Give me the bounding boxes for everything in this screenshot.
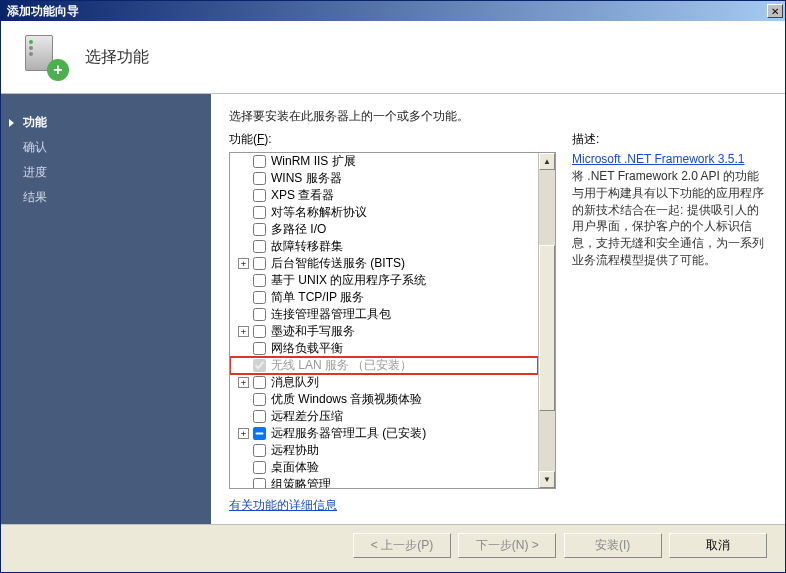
- next-button[interactable]: 下一步(N) >: [458, 533, 556, 558]
- tree-row[interactable]: 桌面体验: [230, 459, 538, 476]
- header-area: + 选择功能: [1, 21, 785, 94]
- feature-checkbox[interactable]: [253, 410, 266, 423]
- description-link[interactable]: Microsoft .NET Framework 3.5.1: [572, 152, 767, 166]
- titlebar: 添加功能向导 ✕: [1, 1, 785, 21]
- scroll-down-button[interactable]: ▼: [539, 471, 555, 488]
- feature-label: 远程差分压缩: [271, 408, 343, 425]
- tree-row[interactable]: 多路径 I/O: [230, 221, 538, 238]
- sidebar-item-features[interactable]: 功能: [1, 110, 211, 135]
- features-tree[interactable]: WinRM IIS 扩展WINS 服务器XPS 查看器对等名称解析协议多路径 I…: [229, 152, 556, 489]
- scrollbar-thumb[interactable]: [539, 245, 555, 411]
- feature-checkbox[interactable]: [253, 223, 266, 236]
- tree-row[interactable]: +后台智能传送服务 (BITS): [230, 255, 538, 272]
- feature-checkbox[interactable]: [253, 172, 266, 185]
- feature-label: 优质 Windows 音频视频体验: [271, 391, 422, 408]
- description-label: 描述:: [572, 131, 767, 148]
- tree-row[interactable]: 远程差分压缩: [230, 408, 538, 425]
- feature-checkbox[interactable]: [253, 325, 266, 338]
- tree-row[interactable]: 简单 TCP/IP 服务: [230, 289, 538, 306]
- feature-checkbox[interactable]: [253, 274, 266, 287]
- description-column: 描述: Microsoft .NET Framework 3.5.1 将 .NE…: [572, 131, 767, 514]
- scrollbar-track[interactable]: [539, 170, 555, 471]
- feature-label: 墨迹和手写服务: [271, 323, 355, 340]
- tree-row[interactable]: 对等名称解析协议: [230, 204, 538, 221]
- tree-row[interactable]: 组策略管理: [230, 476, 538, 488]
- feature-label: 消息队列: [271, 374, 319, 391]
- feature-checkbox[interactable]: [253, 257, 266, 270]
- page-title: 选择功能: [85, 47, 149, 68]
- tree-row[interactable]: 远程协助: [230, 442, 538, 459]
- scroll-up-button[interactable]: ▲: [539, 153, 555, 170]
- feature-label: 网络负载平衡: [271, 340, 343, 357]
- feature-label: 远程服务器管理工具 (已安装): [271, 425, 426, 442]
- tree-row[interactable]: +消息队列: [230, 374, 538, 391]
- feature-label: 故障转移群集: [271, 238, 343, 255]
- feature-checkbox[interactable]: [253, 376, 266, 389]
- tree-row[interactable]: 连接管理器管理工具包: [230, 306, 538, 323]
- feature-label: 组策略管理: [271, 476, 331, 488]
- feature-label: 后台智能传送服务 (BITS): [271, 255, 405, 272]
- feature-label: XPS 查看器: [271, 187, 334, 204]
- tree-row[interactable]: 优质 Windows 音频视频体验: [230, 391, 538, 408]
- feature-checkbox[interactable]: [253, 206, 266, 219]
- feature-label: 连接管理器管理工具包: [271, 306, 391, 323]
- tree-expander-icon[interactable]: +: [238, 377, 249, 388]
- wizard-window: 添加功能向导 ✕ + 选择功能 功能 确认 进度 结果 选择要安装在此服务器上的…: [0, 0, 786, 573]
- tree-row[interactable]: +墨迹和手写服务: [230, 323, 538, 340]
- tree-row[interactable]: +远程服务器管理工具 (已安装): [230, 425, 538, 442]
- tree-row[interactable]: 网络负载平衡: [230, 340, 538, 357]
- cancel-button[interactable]: 取消: [669, 533, 767, 558]
- feature-checkbox[interactable]: [253, 427, 266, 440]
- instruction-text: 选择要安装在此服务器上的一个或多个功能。: [229, 108, 767, 125]
- feature-checkbox[interactable]: [253, 291, 266, 304]
- feature-label: 基于 UNIX 的应用程序子系统: [271, 272, 426, 289]
- feature-checkbox[interactable]: [253, 478, 266, 488]
- tree-expander-icon[interactable]: +: [238, 326, 249, 337]
- features-label: 功能(F):: [229, 131, 556, 148]
- more-info-link[interactable]: 有关功能的详细信息: [229, 497, 556, 514]
- vertical-scrollbar[interactable]: ▲ ▼: [538, 153, 555, 488]
- feature-checkbox[interactable]: [253, 393, 266, 406]
- tree-row[interactable]: 故障转移群集: [230, 238, 538, 255]
- feature-label: 远程协助: [271, 442, 319, 459]
- body-area: 功能 确认 进度 结果 选择要安装在此服务器上的一个或多个功能。 功能(F): …: [1, 94, 785, 524]
- main-area: 选择要安装在此服务器上的一个或多个功能。 功能(F): WinRM IIS 扩展…: [211, 94, 785, 524]
- wizard-icon: +: [21, 33, 69, 81]
- feature-label: 多路径 I/O: [271, 221, 326, 238]
- feature-checkbox[interactable]: [253, 155, 266, 168]
- sidebar: 功能 确认 进度 结果: [1, 94, 211, 524]
- feature-label: 无线 LAN 服务 （已安装）: [271, 357, 412, 374]
- feature-label: WINS 服务器: [271, 170, 342, 187]
- sidebar-item-results[interactable]: 结果: [1, 185, 211, 210]
- feature-checkbox[interactable]: [253, 461, 266, 474]
- footer: < 上一步(P) 下一步(N) > 安装(I) 取消: [1, 524, 785, 572]
- tree-row[interactable]: 无线 LAN 服务 （已安装）: [230, 357, 538, 374]
- feature-checkbox[interactable]: [253, 240, 266, 253]
- feature-label: WinRM IIS 扩展: [271, 153, 356, 170]
- tree-row[interactable]: WINS 服务器: [230, 170, 538, 187]
- feature-checkbox: [253, 359, 266, 372]
- tree-row[interactable]: WinRM IIS 扩展: [230, 153, 538, 170]
- feature-label: 对等名称解析协议: [271, 204, 367, 221]
- tree-expander-icon[interactable]: +: [238, 428, 249, 439]
- sidebar-item-progress[interactable]: 进度: [1, 160, 211, 185]
- feature-label: 桌面体验: [271, 459, 319, 476]
- close-button[interactable]: ✕: [767, 4, 783, 18]
- install-button[interactable]: 安装(I): [564, 533, 662, 558]
- features-column: 功能(F): WinRM IIS 扩展WINS 服务器XPS 查看器对等名称解析…: [229, 131, 556, 514]
- main-columns: 功能(F): WinRM IIS 扩展WINS 服务器XPS 查看器对等名称解析…: [229, 131, 767, 514]
- tree-expander-icon[interactable]: +: [238, 258, 249, 269]
- feature-checkbox[interactable]: [253, 342, 266, 355]
- back-button[interactable]: < 上一步(P): [353, 533, 451, 558]
- titlebar-text: 添加功能向导: [7, 3, 767, 20]
- feature-checkbox[interactable]: [253, 308, 266, 321]
- feature-label: 简单 TCP/IP 服务: [271, 289, 364, 306]
- feature-checkbox[interactable]: [253, 189, 266, 202]
- sidebar-item-confirm[interactable]: 确认: [1, 135, 211, 160]
- description-text: 将 .NET Framework 2.0 API 的功能与用于构建具有以下功能的…: [572, 168, 767, 269]
- tree-scroll: WinRM IIS 扩展WINS 服务器XPS 查看器对等名称解析协议多路径 I…: [230, 153, 538, 488]
- feature-checkbox[interactable]: [253, 444, 266, 457]
- tree-row[interactable]: 基于 UNIX 的应用程序子系统: [230, 272, 538, 289]
- tree-row[interactable]: XPS 查看器: [230, 187, 538, 204]
